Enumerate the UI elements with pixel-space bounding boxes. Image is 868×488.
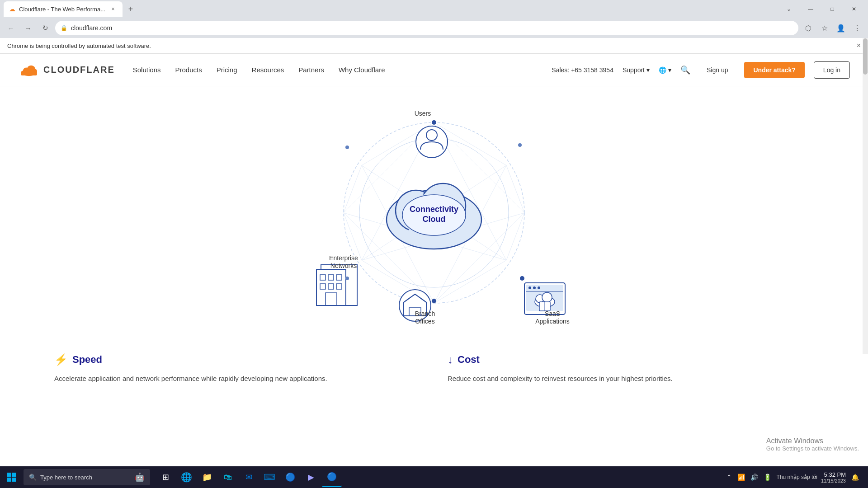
- taskbar-edge-app[interactable]: 🌐: [176, 467, 196, 487]
- taskbar-explorer-app[interactable]: 📁: [197, 467, 217, 487]
- taskbar: 🔍 Type here to search 🤖 ⊞ 🌐 📁 🛍 ✉ ⌨ 🔵 ▶: [0, 466, 868, 488]
- svg-point-84: [345, 277, 349, 280]
- svg-point-69: [528, 286, 531, 289]
- svg-point-71: [538, 286, 540, 289]
- close-button[interactable]: ✕: [844, 2, 864, 16]
- svg-point-85: [345, 145, 349, 149]
- svg-point-80: [432, 120, 436, 125]
- speed-feature-header: ⚡ Speed: [54, 353, 420, 366]
- tab-dropdown-button[interactable]: ⌄: [778, 2, 799, 16]
- automation-banner: Chrome is being controlled by automated …: [0, 38, 868, 54]
- nav-pricing[interactable]: Pricing: [217, 64, 237, 75]
- svg-line-10: [506, 213, 524, 260]
- svg-line-12: [344, 213, 362, 260]
- taskbar-chrome2-app[interactable]: 🔵: [322, 467, 342, 487]
- cost-icon: ↓: [448, 353, 453, 366]
- taskbar-taskview[interactable]: ⊞: [156, 467, 175, 487]
- svg-rect-89: [12, 478, 16, 482]
- connectivity-diagram: Connectivity Cloud Users: [276, 100, 592, 326]
- browser-tab[interactable]: ☁ Cloudflare - The Web Performa... ×: [4, 1, 123, 17]
- taskbar-right: ⌃ 📶 🔊 🔋 Thu nhập sắp tới 5:32 PM 11/15/2…: [725, 471, 866, 483]
- chevron-up-icon[interactable]: ⌃: [725, 472, 734, 483]
- window-controls: ⌄ — □ ✕: [778, 2, 864, 16]
- language-chevron-icon: ▾: [668, 66, 671, 74]
- logo-area[interactable]: CLOUDFLARE: [18, 63, 115, 77]
- taskbar-search-avatar: 🤖: [135, 472, 145, 482]
- svg-text:Enterprise: Enterprise: [329, 254, 358, 262]
- svg-line-11: [344, 165, 362, 213]
- sales-contact: Sales: +65 3158 3954: [552, 66, 613, 74]
- nav-why-cloudflare[interactable]: Why Cloudflare: [339, 64, 385, 75]
- taskbar-search-text: Type here to search: [40, 474, 92, 481]
- taskbar-store-app[interactable]: 🛍: [218, 467, 238, 487]
- new-tab-button[interactable]: +: [124, 3, 137, 15]
- svg-text:Users: Users: [415, 110, 431, 117]
- main-nav: Solutions Products Pricing Resources Par…: [133, 64, 385, 75]
- scrollbar-thumb[interactable]: [863, 38, 868, 75]
- svg-point-75: [542, 292, 552, 302]
- svg-text:Connectivity: Connectivity: [410, 205, 458, 214]
- network-icon[interactable]: 📶: [736, 472, 747, 483]
- svg-point-70: [533, 286, 536, 289]
- taskbar-chrome-app[interactable]: 🔵: [280, 467, 300, 487]
- svg-point-81: [518, 143, 522, 147]
- svg-line-9: [506, 165, 524, 213]
- profiles-button[interactable]: 👤: [834, 21, 848, 35]
- support-chevron-icon: ▾: [646, 66, 650, 74]
- speed-icon: ⚡: [54, 353, 68, 366]
- battery-icon[interactable]: 🔋: [762, 472, 773, 483]
- cost-feature: ↓ Cost Reduce cost and complexity to rei…: [448, 353, 814, 384]
- language-selector[interactable]: 🌐 ▾: [659, 66, 671, 74]
- refresh-button[interactable]: ↻: [38, 21, 52, 35]
- taskbar-mail-app[interactable]: ✉: [239, 467, 259, 487]
- svg-point-82: [520, 276, 524, 281]
- taskbar-time: 5:32 PM: [821, 471, 846, 478]
- nav-resources[interactable]: Resources: [252, 64, 284, 75]
- tab-close-button[interactable]: ×: [109, 5, 117, 13]
- taskbar-clock[interactable]: 5:32 PM 11/15/2023: [821, 471, 846, 483]
- speed-title: Speed: [72, 354, 102, 366]
- svg-line-13: [434, 260, 506, 303]
- taskbar-search[interactable]: 🔍 Type here to search 🤖: [24, 469, 150, 485]
- tab-title: Cloudflare - The Web Performa...: [19, 6, 105, 13]
- nav-partners[interactable]: Partners: [298, 64, 324, 75]
- back-button[interactable]: ←: [4, 21, 18, 35]
- scrollbar[interactable]: [863, 38, 868, 354]
- taskbar-search-icon: 🔍: [29, 474, 37, 481]
- cast-button[interactable]: ⬡: [801, 21, 816, 35]
- svg-rect-86: [7, 473, 11, 477]
- notification-bell-icon[interactable]: 🔔: [849, 472, 861, 483]
- bookmark-button[interactable]: ☆: [817, 21, 832, 35]
- taskbar-terminal-app[interactable]: ▶: [301, 467, 321, 487]
- maximize-button[interactable]: □: [822, 2, 843, 16]
- banner-close-button[interactable]: ×: [857, 42, 861, 50]
- automation-banner-text: Chrome is being controlled by automated …: [7, 42, 151, 49]
- browser-chrome: ☁ Cloudflare - The Web Performa... × + ⌄…: [0, 0, 868, 38]
- browser-titlebar: ☁ Cloudflare - The Web Performa... × + ⌄…: [0, 0, 868, 18]
- volume-icon[interactable]: 🔊: [749, 472, 760, 483]
- cost-description: Reduce cost and complexity to reinvest r…: [448, 373, 814, 384]
- nav-solutions[interactable]: Solutions: [133, 64, 161, 75]
- svg-text:Networks: Networks: [330, 262, 357, 269]
- signup-button[interactable]: Sign up: [699, 63, 735, 77]
- activate-windows-watermark: Activate Windows Go to Settings to activ…: [766, 437, 859, 452]
- svg-text:SaaS: SaaS: [545, 310, 560, 317]
- support-dropdown[interactable]: Support ▾: [623, 66, 650, 74]
- svg-text:Offices: Offices: [415, 318, 434, 325]
- under-attack-button[interactable]: Under attack?: [744, 62, 804, 78]
- diagram-container: Connectivity Cloud Users: [276, 100, 592, 326]
- address-bar[interactable]: 🔒 cloudflare.com: [55, 21, 798, 35]
- start-button[interactable]: [2, 467, 22, 487]
- logo-text: CLOUDFLARE: [43, 65, 115, 75]
- nav-products[interactable]: Products: [175, 64, 202, 75]
- windows-icon: [7, 473, 16, 482]
- taskbar-vscode-app[interactable]: ⌨: [259, 467, 279, 487]
- browser-toolbar: ← → ↻ 🔒 cloudflare.com ⬡ ☆ 👤 ⋮: [0, 18, 868, 38]
- login-button[interactable]: Log in: [814, 61, 850, 79]
- extensions-button[interactable]: ⋮: [850, 21, 864, 35]
- taskbar-date: 11/15/2023: [821, 478, 846, 483]
- search-button[interactable]: 🔍: [680, 65, 690, 75]
- minimize-button[interactable]: —: [800, 2, 821, 16]
- site-header: CLOUDFLARE Solutions Products Pricing Re…: [0, 54, 868, 86]
- forward-button[interactable]: →: [21, 21, 35, 35]
